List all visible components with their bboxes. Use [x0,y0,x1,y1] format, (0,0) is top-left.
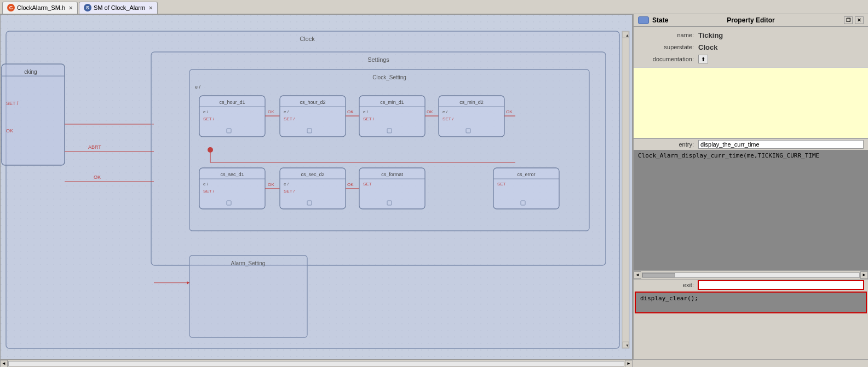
pe-entry-section: entry: Clock_Alarm_display_curr_time(me,… [634,138,868,270]
svg-text:OK: OK [268,182,274,187]
svg-text:Clock_Setting: Clock_Setting [372,74,406,80]
svg-text:cs_format: cs_format [381,172,403,177]
tab-sm-label: SM of Clock_Alarm [94,4,145,11]
svg-text:OK: OK [347,109,354,114]
scroll-bottom-left[interactable]: ◄ [0,360,8,368]
tab-sm-close[interactable]: ✕ [148,5,153,11]
close-pe-button[interactable]: ✕ [855,16,864,24]
svg-text:OK: OK [94,174,101,180]
svg-text:OK: OK [347,182,354,187]
svg-text:OK: OK [6,128,13,133]
pe-name-value: Ticking [698,31,864,39]
pe-exit-row: exit: [634,279,868,290]
pe-exit-code[interactable]: display_clear(); [635,292,867,313]
pe-superstate-value: Clock [698,43,864,51]
svg-text:e /: e / [195,84,201,90]
doc-icon: ⬆ [701,56,705,62]
svg-text:SET /: SET / [203,116,215,121]
pe-superstate-label: superstate: [638,44,698,50]
svg-text:SET /: SET / [442,116,454,121]
tab-clockalarm-label: ClockAlarm_SM.h [17,4,65,11]
pe-exit-code-text: display_clear(); [640,295,698,302]
svg-rect-80 [189,255,307,337]
pe-name-row: name: Ticking [634,29,868,41]
property-editor: State Property Editor ❐ ✕ name: Ticking … [633,14,868,359]
svg-point-47 [208,147,213,153]
pe-entry-label: entry: [638,141,698,148]
svg-text:▲: ▲ [625,33,629,37]
tab-clockalarm-close[interactable]: ✕ [68,5,73,11]
diagram-area[interactable]: Clock cking SET / OK Settings Clock_Sett… [0,14,633,359]
svg-text:SET: SET [363,182,372,187]
svg-text:e /: e / [442,109,448,114]
diagram-svg: Clock cking SET / OK Settings Clock_Sett… [1,15,630,359]
svg-text:cs_sec_d2: cs_sec_d2 [301,172,324,177]
svg-text:e /: e / [363,109,369,114]
pe-entry-code[interactable]: Clock_Alarm_display_curr_time(me,TICKING… [634,150,868,270]
pe-title: Property Editor [727,16,774,24]
bottom-bar: ◄ ► [0,359,868,367]
scroll-bottom-right[interactable]: ► [625,360,633,368]
svg-text:SET: SET [497,182,506,187]
pe-name-label: name: [638,32,698,38]
svg-text:OK: OK [427,109,433,114]
svg-text:e /: e / [203,109,209,114]
pe-fields: name: Ticking superstate: Clock document… [634,27,868,67]
svg-text:e /: e / [284,109,289,114]
pe-superstate-row: superstate: Clock [634,41,868,53]
svg-text:Settings: Settings [367,56,389,63]
state-icon [638,16,649,24]
restore-button[interactable]: ❐ [844,16,853,24]
svg-rect-84 [622,31,629,348]
svg-text:SET /: SET / [284,116,295,121]
pe-header: State Property Editor ❐ ✕ [634,14,868,27]
bottom-scroll-track[interactable] [8,361,624,366]
pe-entry-row: entry: [634,139,868,150]
scroll-h-track[interactable] [642,272,860,278]
svg-text:OK: OK [268,109,274,114]
svg-text:e /: e / [284,182,289,187]
pe-doc-area[interactable] [634,67,868,138]
svg-text:Alarm_Setting: Alarm_Setting [231,260,266,266]
svg-text:SET /: SET / [203,189,215,194]
pe-exit-section: exit: display_clear(); [634,279,868,314]
svg-text:e /: e / [203,182,209,187]
pe-entry-input[interactable] [698,140,864,149]
pe-doc-label: documentation: [638,56,698,62]
svg-text:cs_min_d1: cs_min_d1 [380,100,404,105]
tab-bar: C ClockAlarm_SM.h ✕ S SM of Clock_Alarm … [0,0,868,14]
svg-text:cs_hour_d2: cs_hour_d2 [300,100,325,105]
svg-text:ABRT: ABRT [88,144,101,150]
pe-exit-input[interactable] [698,281,864,289]
svg-rect-4 [2,64,65,165]
tab-sm-icon: S [84,4,91,11]
pe-state-label: State [652,16,668,24]
scroll-left-button[interactable]: ◄ [634,271,641,279]
svg-text:SET /: SET / [284,189,295,194]
svg-text:cs_min_d2: cs_min_d2 [459,100,484,105]
svg-text:cking: cking [24,69,37,75]
scroll-h-thumb[interactable] [642,273,675,277]
pe-doc-row: documentation: ⬆ [634,53,868,65]
pe-scroll-h[interactable]: ◄ ► [634,270,868,279]
svg-text:▼: ▼ [625,343,629,347]
svg-text:cs_sec_d1: cs_sec_d1 [220,172,244,177]
tab-sm-clock[interactable]: S SM of Clock_Alarm ✕ [79,2,158,14]
pe-entry-code-text: Clock_Alarm_display_curr_time(me,TICKING… [638,152,819,159]
svg-text:cs_error: cs_error [517,172,535,177]
svg-text:SET /: SET / [6,101,19,106]
tab-clockalarm[interactable]: C ClockAlarm_SM.h ✕ [2,2,78,14]
pe-exit-label: exit: [638,282,698,288]
scroll-right-button[interactable]: ► [860,271,868,279]
svg-text:SET /: SET / [363,116,375,121]
pe-controls: ❐ ✕ [844,16,864,24]
pe-header-left: State [638,16,668,24]
svg-text:Clock: Clock [300,36,315,42]
svg-text:cs_hour_d1: cs_hour_d1 [219,100,245,105]
main-content: Clock cking SET / OK Settings Clock_Sett… [0,14,868,359]
pe-doc-button[interactable]: ⬆ [698,55,708,63]
svg-text:OK: OK [506,109,513,114]
tab-clockalarm-icon: C [7,4,15,11]
